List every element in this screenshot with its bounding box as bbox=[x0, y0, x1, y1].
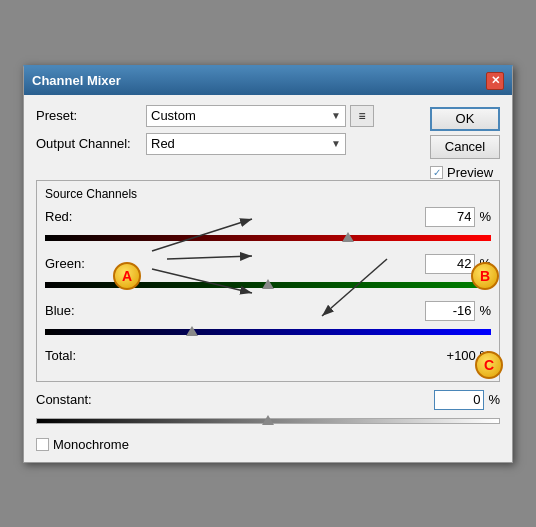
header-rows: Preset: Custom ▼ ≡ Output Channel: Red ▼ bbox=[36, 105, 500, 180]
header-left: Preset: Custom ▼ ≡ Output Channel: Red ▼ bbox=[36, 105, 422, 161]
blue-input-group: % bbox=[425, 301, 491, 321]
constant-label-row: Constant: % bbox=[36, 390, 500, 410]
red-percent: % bbox=[479, 209, 491, 224]
constant-slider[interactable] bbox=[36, 413, 500, 429]
red-input-group: % bbox=[425, 207, 491, 227]
blue-channel-row: Blue: % bbox=[45, 301, 491, 340]
red-slider[interactable] bbox=[45, 230, 491, 246]
red-slider-track bbox=[45, 235, 491, 241]
close-button[interactable]: ✕ bbox=[486, 72, 504, 90]
green-channel-row: Green: % bbox=[45, 254, 491, 293]
red-channel-row: Red: % bbox=[45, 207, 491, 246]
output-channel-label: Output Channel: bbox=[36, 136, 146, 151]
green-channel-label: Green: bbox=[45, 256, 95, 271]
constant-percent: % bbox=[488, 392, 500, 407]
dialog-content: Preset: Custom ▼ ≡ Output Channel: Red ▼ bbox=[24, 95, 512, 462]
total-label: Total: bbox=[45, 348, 76, 363]
preview-label: Preview bbox=[447, 165, 493, 180]
green-slider[interactable] bbox=[45, 277, 491, 293]
badge-a: A bbox=[113, 262, 141, 290]
blue-channel-label: Blue: bbox=[45, 303, 95, 318]
window-title: Channel Mixer bbox=[32, 73, 121, 88]
blue-percent: % bbox=[479, 303, 491, 318]
total-row: Total: +100 % bbox=[45, 348, 491, 363]
preset-dropdown-arrow: ▼ bbox=[331, 110, 341, 121]
channel-mixer-window: Channel Mixer ✕ Preset: Custom ▼ ≡ bbox=[23, 65, 513, 463]
preset-label: Preset: bbox=[36, 108, 146, 123]
list-icon: ≡ bbox=[358, 109, 365, 123]
constant-label: Constant: bbox=[36, 392, 126, 407]
preview-row: ✓ Preview bbox=[430, 165, 500, 180]
monochrome-label: Monochrome bbox=[53, 437, 129, 452]
output-channel-value: Red bbox=[151, 136, 175, 151]
red-channel-label: Red: bbox=[45, 209, 95, 224]
constant-section: Constant: % bbox=[36, 390, 500, 429]
blue-channel-input[interactable] bbox=[425, 301, 475, 321]
source-channels-label: Source Channels bbox=[45, 187, 491, 201]
preset-value: Custom bbox=[151, 108, 196, 123]
green-label-row: Green: % bbox=[45, 254, 491, 274]
output-channel-row: Output Channel: Red ▼ bbox=[36, 133, 422, 155]
output-channel-dropdown[interactable]: Red ▼ bbox=[146, 133, 346, 155]
constant-input[interactable] bbox=[434, 390, 484, 410]
blue-slider-track bbox=[45, 329, 491, 335]
monochrome-row: Monochrome bbox=[36, 437, 500, 452]
monochrome-checkbox[interactable] bbox=[36, 438, 49, 451]
ok-button[interactable]: OK bbox=[430, 107, 500, 131]
green-channel-input[interactable] bbox=[425, 254, 475, 274]
blue-label-row: Blue: % bbox=[45, 301, 491, 321]
cancel-button[interactable]: Cancel bbox=[430, 135, 500, 159]
red-label-row: Red: % bbox=[45, 207, 491, 227]
preset-dropdown[interactable]: Custom ▼ bbox=[146, 105, 346, 127]
blue-slider-thumb[interactable] bbox=[186, 326, 198, 336]
red-channel-input[interactable] bbox=[425, 207, 475, 227]
header-right: OK Cancel ✓ Preview bbox=[430, 105, 500, 180]
preset-row: Preset: Custom ▼ ≡ bbox=[36, 105, 422, 127]
constant-input-group: % bbox=[434, 390, 500, 410]
blue-slider[interactable] bbox=[45, 324, 491, 340]
red-slider-thumb[interactable] bbox=[342, 232, 354, 242]
preview-checkbox[interactable]: ✓ bbox=[430, 166, 443, 179]
list-icon-button[interactable]: ≡ bbox=[350, 105, 374, 127]
badge-b: B bbox=[471, 262, 499, 290]
green-slider-thumb[interactable] bbox=[262, 279, 274, 289]
constant-slider-thumb[interactable] bbox=[262, 415, 274, 425]
output-channel-arrow: ▼ bbox=[331, 138, 341, 149]
title-bar: Channel Mixer ✕ bbox=[24, 67, 512, 95]
source-channels-box: Source Channels bbox=[36, 180, 500, 382]
badge-c: C bbox=[475, 351, 503, 379]
